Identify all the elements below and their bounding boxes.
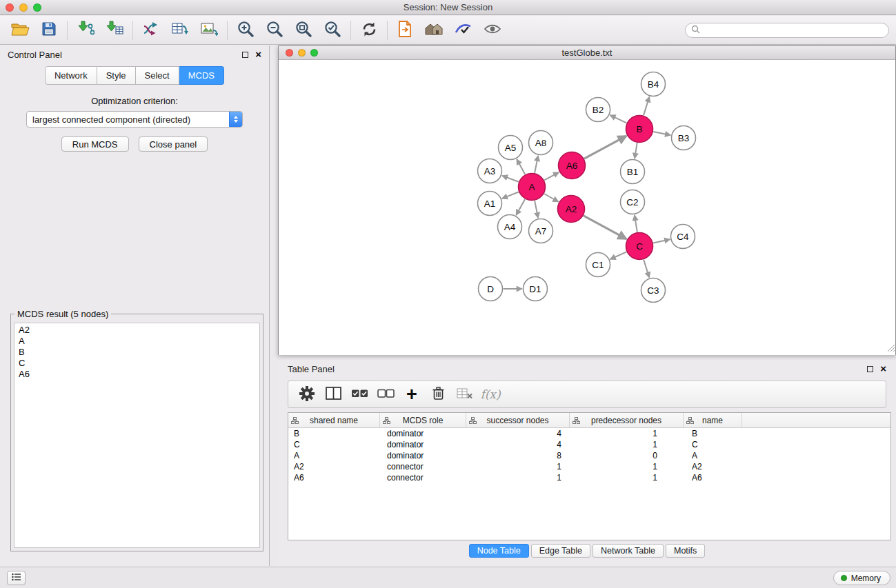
zoom-in-button[interactable] bbox=[231, 18, 260, 43]
search-box[interactable] bbox=[685, 23, 889, 38]
show-hide-button[interactable] bbox=[478, 18, 507, 43]
resize-grip[interactable] bbox=[886, 343, 895, 354]
graph-node-D[interactable]: D bbox=[479, 277, 503, 301]
table-row[interactable]: Bdominator41B bbox=[288, 428, 890, 439]
apply-function-button[interactable]: f(x) bbox=[477, 381, 504, 407]
split-view-button[interactable] bbox=[320, 381, 346, 407]
column-header-predecessor-nodes[interactable]: predecessor nodes bbox=[570, 413, 684, 427]
close-panel-icon[interactable]: × bbox=[255, 50, 261, 59]
graph-node-A1[interactable]: A1 bbox=[478, 192, 502, 216]
zoom-fit-button[interactable] bbox=[289, 18, 318, 43]
edge-A-A8[interactable] bbox=[535, 156, 538, 173]
edge-B-B3[interactable] bbox=[653, 132, 670, 135]
float-panel-icon[interactable] bbox=[242, 52, 248, 58]
select-all-button[interactable] bbox=[346, 381, 372, 407]
close-window-button[interactable] bbox=[6, 3, 14, 12]
result-item[interactable]: B bbox=[14, 347, 259, 358]
validate-button[interactable] bbox=[449, 18, 478, 43]
edge-A-A4[interactable] bbox=[516, 199, 525, 215]
graph-node-C1[interactable]: C1 bbox=[586, 253, 610, 277]
table-settings-button[interactable] bbox=[294, 381, 320, 407]
save-session-button[interactable] bbox=[34, 18, 63, 43]
result-item[interactable]: A2 bbox=[14, 325, 259, 336]
tab-network-table[interactable]: Network Table bbox=[593, 544, 664, 558]
graph-node-B4[interactable]: B4 bbox=[641, 72, 666, 97]
open-document-button[interactable] bbox=[391, 18, 420, 43]
column-header-name[interactable]: name bbox=[684, 413, 742, 427]
refresh-button[interactable] bbox=[355, 18, 384, 43]
graph-node-A[interactable]: A bbox=[519, 174, 546, 201]
edge-A-A6[interactable] bbox=[544, 172, 559, 180]
graph-node-A7[interactable]: A7 bbox=[529, 219, 553, 243]
edge-C-C3[interactable] bbox=[644, 260, 649, 278]
import-network-button[interactable] bbox=[71, 18, 100, 43]
tab-select[interactable]: Select bbox=[136, 66, 179, 85]
edge-A-A3[interactable] bbox=[502, 176, 519, 182]
edge-A6-B[interactable] bbox=[584, 136, 626, 159]
memory-button[interactable]: Memory bbox=[833, 571, 890, 585]
edge-C-C2[interactable] bbox=[635, 215, 637, 232]
criterion-dropdown[interactable]: largest connected component (directed) bbox=[26, 111, 243, 128]
close-panel-button[interactable]: Close panel bbox=[139, 136, 208, 152]
minimize-network-window-button[interactable] bbox=[298, 49, 306, 57]
minimize-window-button[interactable] bbox=[19, 3, 28, 12]
graph-node-B1[interactable]: B1 bbox=[621, 160, 645, 184]
tab-network[interactable]: Network bbox=[45, 66, 97, 85]
result-item[interactable]: A bbox=[14, 336, 259, 347]
edge-A-A2[interactable] bbox=[544, 194, 558, 202]
search-input[interactable] bbox=[704, 24, 888, 37]
delete-table-button[interactable] bbox=[451, 381, 477, 407]
zoom-out-button[interactable] bbox=[260, 18, 289, 43]
tab-mcds[interactable]: MCDS bbox=[179, 66, 224, 85]
graph-node-B[interactable]: B bbox=[626, 116, 653, 143]
network-canvas[interactable]: B4B2BB3A5A8A6B1A3AC2A1A2A4A7C4CC1C3DD1 bbox=[279, 61, 895, 355]
tab-edge-table[interactable]: Edge Table bbox=[531, 544, 590, 558]
column-header-successor-nodes[interactable]: successor nodes bbox=[466, 413, 570, 427]
graph-node-D1[interactable]: D1 bbox=[524, 277, 548, 301]
graph-node-A3[interactable]: A3 bbox=[478, 159, 502, 183]
table-row[interactable]: A6connector11A6 bbox=[288, 472, 890, 483]
tab-node-table[interactable]: Node Table bbox=[469, 544, 529, 558]
import-network-db-button[interactable] bbox=[166, 18, 195, 43]
edge-A-A1[interactable] bbox=[502, 192, 519, 199]
zoom-network-window-button[interactable] bbox=[310, 49, 318, 57]
graph-node-C2[interactable]: C2 bbox=[621, 190, 645, 214]
close-table-panel-icon[interactable]: × bbox=[880, 365, 886, 373]
edge-B-B1[interactable] bbox=[635, 143, 637, 159]
graph-node-C3[interactable]: C3 bbox=[641, 278, 666, 303]
graph-node-C4[interactable]: C4 bbox=[671, 225, 695, 249]
graph-node-C[interactable]: C bbox=[626, 233, 653, 260]
zoom-window-button[interactable] bbox=[33, 3, 41, 12]
graph-node-A2[interactable]: A2 bbox=[558, 196, 585, 223]
deselect-all-button[interactable] bbox=[372, 381, 399, 407]
new-network-button[interactable] bbox=[137, 18, 166, 43]
table-row[interactable]: Cdominator41C bbox=[288, 439, 890, 450]
table-row[interactable]: A2connector11A2 bbox=[288, 461, 890, 472]
tab-style[interactable]: Style bbox=[97, 66, 136, 85]
graph-node-A5[interactable]: A5 bbox=[499, 136, 523, 160]
edge-C-C1[interactable] bbox=[610, 252, 627, 259]
graph-node-A8[interactable]: A8 bbox=[529, 131, 553, 155]
edge-B-B4[interactable] bbox=[644, 97, 649, 116]
table-row[interactable]: Adominator80A bbox=[288, 450, 890, 461]
edge-A-A5[interactable] bbox=[517, 159, 525, 174]
open-session-button[interactable] bbox=[6, 18, 34, 43]
result-item[interactable]: C bbox=[14, 358, 259, 369]
graph-node-A6[interactable]: A6 bbox=[559, 152, 586, 179]
export-image-button[interactable] bbox=[195, 18, 223, 43]
float-table-panel-icon[interactable] bbox=[867, 366, 873, 372]
zoom-selected-button[interactable] bbox=[318, 18, 347, 43]
task-history-button[interactable] bbox=[7, 571, 26, 585]
home-button[interactable] bbox=[420, 18, 449, 43]
delete-column-button[interactable] bbox=[425, 381, 451, 407]
edge-B-B2[interactable] bbox=[610, 115, 627, 123]
edge-A-A7[interactable] bbox=[535, 201, 538, 218]
close-network-window-button[interactable] bbox=[286, 49, 293, 57]
edge-A2-C[interactable] bbox=[584, 216, 626, 239]
tab-motifs[interactable]: Motifs bbox=[666, 544, 705, 558]
column-header-MCDS-role[interactable]: MCDS role bbox=[380, 413, 466, 427]
graph-node-B3[interactable]: B3 bbox=[672, 126, 696, 150]
add-column-button[interactable]: + bbox=[399, 381, 425, 407]
mcds-result-list[interactable]: A2ABCA6 bbox=[14, 323, 260, 548]
graph-node-B2[interactable]: B2 bbox=[586, 98, 610, 122]
